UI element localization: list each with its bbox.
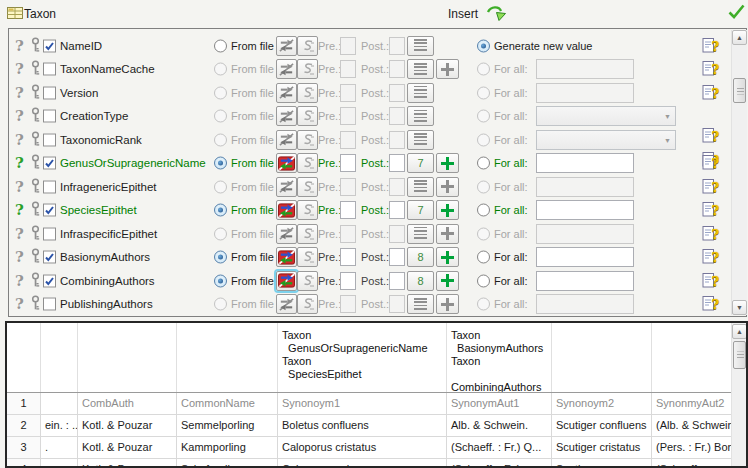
help-button[interactable]: ?: [700, 37, 718, 55]
table-cell[interactable]: (Pers. : Fr.) Bond: [652, 437, 733, 459]
table-cell[interactable]: SynonymAut1: [447, 393, 552, 415]
transform-button[interactable]: [297, 294, 318, 314]
transform-button[interactable]: [297, 177, 318, 197]
field-checkbox[interactable]: [43, 274, 56, 287]
file-column-button[interactable]: 7: [407, 153, 434, 173]
transform-button[interactable]: [297, 271, 318, 291]
column-mapping-button[interactable]: [276, 271, 297, 291]
field-checkbox[interactable]: [43, 86, 56, 99]
row-header[interactable]: 3: [7, 437, 41, 459]
prefix-input[interactable]: [340, 272, 356, 290]
add-column-button[interactable]: [436, 59, 459, 79]
from-file-radio[interactable]: [214, 39, 227, 52]
add-column-button[interactable]: [436, 177, 459, 197]
transform-button[interactable]: [297, 106, 318, 126]
field-checkbox[interactable]: [43, 251, 56, 264]
table-cell[interactable]: .: [41, 437, 78, 459]
file-column-button[interactable]: [407, 177, 434, 197]
table-cell[interactable]: (Alb. & Schwein.: [652, 415, 733, 437]
row-header[interactable]: 2: [7, 415, 41, 437]
add-column-button[interactable]: [436, 294, 459, 314]
transform-button[interactable]: [297, 130, 318, 150]
file-column-button[interactable]: [407, 224, 434, 244]
column-mapping-button[interactable]: [276, 294, 297, 314]
column-mapping-button[interactable]: [276, 177, 297, 197]
field-checkbox[interactable]: [43, 63, 56, 76]
from-file-radio[interactable]: [214, 204, 227, 217]
for-all-radio[interactable]: [477, 251, 490, 264]
table-cell[interactable]: CommonName: [177, 393, 278, 415]
table-cell[interactable]: ein. : ...: [41, 415, 78, 437]
confirm-check-icon[interactable]: [727, 3, 746, 22]
add-column-button[interactable]: [436, 200, 459, 220]
table-cell[interactable]: Boletus confluens: [278, 415, 447, 437]
row-header[interactable]: 1: [7, 393, 41, 415]
table-cell[interactable]: Kotl. & Pouzar: [78, 437, 177, 459]
column-mapping-button[interactable]: [276, 200, 297, 220]
file-column-button[interactable]: 7: [407, 200, 434, 220]
table-cell[interactable]: Synonoym2: [552, 393, 652, 415]
help-button[interactable]: ?: [700, 60, 718, 78]
prefix-input[interactable]: [340, 201, 356, 219]
table-cell[interactable]: Caloporus cristatus: [278, 437, 447, 459]
table-cell[interactable]: Kammporling: [177, 437, 278, 459]
postfix-input[interactable]: [389, 201, 405, 219]
table-cell[interactable]: Alb. & Schwein.: [447, 415, 552, 437]
for-all-input[interactable]: [536, 247, 634, 267]
field-checkbox[interactable]: [43, 39, 56, 52]
postfix-input[interactable]: [389, 248, 405, 266]
table-cell[interactable]: Semmelporling: [177, 415, 278, 437]
table-scrollbar-thumb[interactable]: [733, 341, 746, 369]
for-all-radio[interactable]: [477, 274, 490, 287]
transform-button[interactable]: [297, 200, 318, 220]
transform-button[interactable]: [297, 153, 318, 173]
insert-arrow-icon[interactable]: [484, 4, 508, 26]
panel-scrollbar[interactable]: ▲ ▼: [731, 30, 747, 315]
column-mapping-button[interactable]: [276, 59, 297, 79]
table-cell[interactable]: (Schaeff. : Fr.) ...: [447, 459, 552, 468]
scroll-up-button[interactable]: ▲: [732, 30, 747, 45]
add-column-button[interactable]: [436, 153, 459, 173]
table-cell[interactable]: [41, 393, 78, 415]
help-button[interactable]: ?: [700, 154, 718, 172]
column-mapping-button[interactable]: [276, 153, 297, 173]
scrollbar-thumb[interactable]: [733, 78, 746, 103]
help-button[interactable]: ?: [700, 295, 718, 313]
table-cell[interactable]: [41, 459, 78, 468]
generate-value-radio[interactable]: [477, 39, 490, 52]
table-cell[interactable]: Scutiger cristatus: [552, 437, 652, 459]
field-checkbox[interactable]: [43, 157, 56, 170]
transform-button[interactable]: [297, 224, 318, 244]
column-mapping-button[interactable]: [276, 106, 297, 126]
table-cell[interactable]: Scutiger confluens: [552, 415, 652, 437]
for-all-radio[interactable]: [477, 204, 490, 217]
table-cell[interactable]: Synonoym1: [278, 393, 447, 415]
table-cell[interactable]: Scutiger ...: [552, 459, 652, 468]
column-mapping-button[interactable]: [276, 247, 297, 267]
column-mapping-button[interactable]: [276, 83, 297, 103]
row-header[interactable]: 4: [7, 459, 41, 468]
table-scroll-up-button[interactable]: ▲: [732, 324, 747, 339]
table-cell[interactable]: SynonmyAut2: [652, 393, 733, 415]
help-button[interactable]: ?: [700, 225, 718, 243]
prefix-input[interactable]: [340, 154, 356, 172]
field-checkbox[interactable]: [43, 227, 56, 240]
table-scrollbar[interactable]: ▲: [731, 323, 747, 466]
postfix-input[interactable]: [389, 154, 405, 172]
field-checkbox[interactable]: [43, 180, 56, 193]
from-file-radio[interactable]: [214, 157, 227, 170]
table-cell[interactable]: Caloporus ovinus: [278, 459, 447, 468]
file-column-button[interactable]: [407, 294, 434, 314]
field-checkbox[interactable]: [43, 133, 56, 146]
for-all-input[interactable]: [536, 200, 634, 220]
for-all-input[interactable]: [536, 153, 634, 173]
file-column-button[interactable]: [407, 36, 434, 56]
from-file-radio[interactable]: [214, 274, 227, 287]
field-checkbox[interactable]: [43, 110, 56, 123]
field-checkbox[interactable]: [43, 298, 56, 311]
file-column-button[interactable]: 8: [407, 247, 434, 267]
prefix-input[interactable]: [340, 248, 356, 266]
postfix-input[interactable]: [389, 272, 405, 290]
scroll-down-button[interactable]: ▼: [732, 300, 747, 315]
table-cell[interactable]: (Schaeff. ...: [652, 459, 733, 468]
